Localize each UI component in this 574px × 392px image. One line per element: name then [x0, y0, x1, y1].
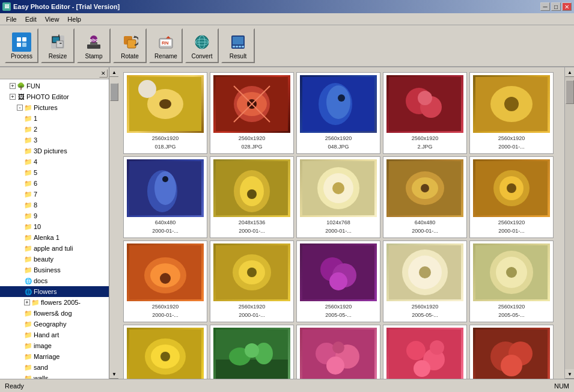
result-icon: [228, 32, 248, 52]
photo-cell-6[interactable]: 640x480 2000-01-...: [123, 156, 207, 238]
sidebar-item-9[interactable]: 📁 9: [0, 210, 109, 221]
folder-icon: 📁: [24, 147, 32, 155]
photo-cell-4[interactable]: 2560x1920 2.JPG: [383, 72, 467, 154]
maximize-button[interactable]: □: [551, 2, 561, 11]
svg-point-47: [338, 94, 345, 102]
photo-cell-2[interactable]: 2560x1920 028.JPG: [210, 72, 294, 154]
photo-cell-1[interactable]: 2560x1920 018.JPG: [123, 72, 207, 154]
photo-scroll-track[interactable]: [565, 77, 574, 369]
photo-cell-17[interactable]: 2560x1920 2005-05-...: [210, 325, 294, 379]
sidebar-item-pictures[interactable]: - 📁 Pictures: [0, 102, 109, 113]
photo-cell-12[interactable]: 2560x1920 2000-01-...: [210, 240, 294, 322]
expand-icon[interactable]: -: [17, 105, 23, 111]
sidebar-item-3[interactable]: 📁 3: [0, 135, 109, 145]
photo-name-7: 2000-01-...: [239, 227, 266, 235]
rotate-button[interactable]: Rotate: [113, 28, 147, 63]
photo-scroll-thumb[interactable]: [566, 80, 574, 104]
close-button[interactable]: ✕: [562, 2, 572, 11]
photo-cell-3[interactable]: 2560x1920 048.JPG: [296, 72, 380, 154]
convert-button[interactable]: Convert: [185, 28, 219, 63]
photo-cell-8[interactable]: 1024x768 2000-01-...: [296, 156, 380, 238]
sidebar-item-docs[interactable]: 🌐 docs: [0, 275, 109, 286]
photo-vscroll-down[interactable]: ▼: [565, 369, 574, 379]
photo-cell-9[interactable]: 640x480 2000-01-...: [383, 156, 467, 238]
minimize-button[interactable]: ─: [540, 2, 550, 11]
svg-point-78: [160, 273, 171, 284]
sidebar-item-marriage[interactable]: 📁 Marriage: [0, 351, 109, 362]
expand-icon[interactable]: +: [10, 94, 16, 100]
sidebar-close-button[interactable]: ✕: [99, 69, 108, 78]
menu-file[interactable]: File: [2, 14, 20, 24]
rename-button[interactable]: RN Rename: [149, 28, 183, 63]
sidebar-item-3d[interactable]: 📁 3D pictures: [0, 145, 109, 156]
sidebar-item-1[interactable]: 📁 1: [0, 113, 109, 124]
photo-cell-5[interactable]: 2560x1920 2000-01-...: [469, 72, 554, 154]
sidebar-item-flowersdog[interactable]: 📁 flowers& dog: [0, 308, 109, 319]
sidebar-item-apple[interactable]: 📁 apple and tuli: [0, 243, 109, 254]
photo-cell-11[interactable]: 2560x1920 2000-01-...: [123, 240, 207, 322]
sidebar-item-business[interactable]: 📁 Business: [0, 265, 109, 275]
sidebar-item-alenka[interactable]: 📁 Alenka 1: [0, 232, 109, 243]
photo-cell-15[interactable]: 2560x1920 2005-05-...: [469, 240, 554, 322]
vscroll-down-button[interactable]: ▼: [109, 369, 119, 379]
photo-cell-7[interactable]: 2048x1536 2000-01-...: [210, 156, 294, 238]
sidebar-item-walls[interactable]: 📁 walls: [0, 373, 109, 379]
resize-button[interactable]: Resize: [41, 28, 75, 63]
svg-rect-1: [17, 37, 21, 41]
photo-vscroll-up[interactable]: ▲: [565, 67, 574, 77]
sidebar-item-5[interactable]: 📁 5: [0, 167, 109, 178]
sidebar-item-4[interactable]: 📁 4: [0, 156, 109, 167]
photo-name-12: 2000-01-...: [239, 311, 266, 319]
menu-edit[interactable]: Edit: [22, 14, 40, 24]
sidebar-item-7[interactable]: 📁 7: [0, 189, 109, 200]
sidebar-item-8[interactable]: 📁 8: [0, 200, 109, 210]
tree-view: + 🌳 FUN + 🖼 PHOTO Editor - 📁 Pictures: [0, 79, 109, 379]
menu-view[interactable]: View: [41, 14, 63, 24]
sidebar-item-2[interactable]: 📁 2: [0, 124, 109, 135]
photo-thumbnail-20: [473, 328, 550, 379]
vscroll-up-button[interactable]: ▲: [109, 67, 119, 77]
sidebar-label-flowers2005: flowers 2005-: [41, 299, 81, 306]
sidebar-item-fun[interactable]: + 🌳 FUN: [0, 81, 109, 91]
photo-cell-16[interactable]: 2560x1920 2005-05-...: [123, 325, 207, 379]
vscroll-thumb[interactable]: [110, 83, 118, 101]
stamp-button[interactable]: abc Stamp: [77, 28, 111, 63]
photo-name-10: 2000-01-...: [498, 227, 525, 235]
globe-icon: 🌐: [24, 287, 32, 296]
svg-point-66: [332, 182, 344, 194]
sidebar-item-flowers2005[interactable]: + 📁 flowers 2005-: [0, 297, 109, 308]
sidebar-item-6[interactable]: 📁 6: [0, 178, 109, 189]
photo-dim-1: 2560x1920: [152, 134, 179, 142]
photo-name-9: 2000-01-...: [412, 227, 438, 235]
photo-cell-20[interactable]: 2560x1920 2005-05-...: [469, 325, 554, 379]
resize-label: Resize: [49, 53, 67, 60]
photo-name-1: 018.JPG: [152, 142, 179, 151]
sidebar-item-photo-editor[interactable]: + 🖼 PHOTO Editor: [0, 91, 109, 102]
sidebar-item-geography[interactable]: 📁 Geography: [0, 319, 109, 329]
sidebar-item-beauty[interactable]: 📁 beauty: [0, 254, 109, 265]
sidebar-item-handart[interactable]: 📁 Hand art: [0, 329, 109, 340]
expand-icon[interactable]: +: [24, 299, 30, 305]
photo-cell-14[interactable]: 2560x1920 2005-05-...: [383, 240, 467, 322]
sidebar-item-image[interactable]: 📁 image: [0, 340, 109, 351]
sidebar-item-10[interactable]: 📁 10: [0, 221, 109, 232]
photo-area[interactable]: 2560x1920 018.JPG 2560x: [118, 67, 564, 379]
photo-cell-10[interactable]: 2560x1920 2000-01-...: [469, 156, 554, 238]
result-button[interactable]: Result: [221, 28, 255, 63]
sidebar-item-sand[interactable]: 📁 sand: [0, 362, 109, 373]
sidebar-item-flowers[interactable]: 🌐 Flowers: [0, 286, 109, 297]
photo-cell-19[interactable]: 2560x1920 2005-05-...: [383, 325, 467, 379]
svg-point-103: [245, 343, 259, 358]
process-button[interactable]: Process: [5, 28, 38, 63]
vscroll-track[interactable]: [109, 77, 118, 369]
sidebar-label-flowers: Flowers: [34, 288, 57, 295]
photo-dim-4: 2560x1920: [412, 134, 439, 142]
menu-help[interactable]: Help: [64, 14, 85, 24]
sidebar-label-8: 8: [34, 201, 37, 209]
photo-info-5: 2560x1920 2000-01-...: [498, 134, 525, 151]
expand-icon[interactable]: +: [10, 83, 16, 89]
photo-thumbnail-3: [300, 75, 377, 133]
photo-thumbnail-14: [386, 243, 463, 301]
photo-cell-13[interactable]: 2560x1920 2005-05-...: [296, 240, 380, 322]
photo-cell-18[interactable]: 2560x1920 2005-05-...: [296, 325, 380, 379]
